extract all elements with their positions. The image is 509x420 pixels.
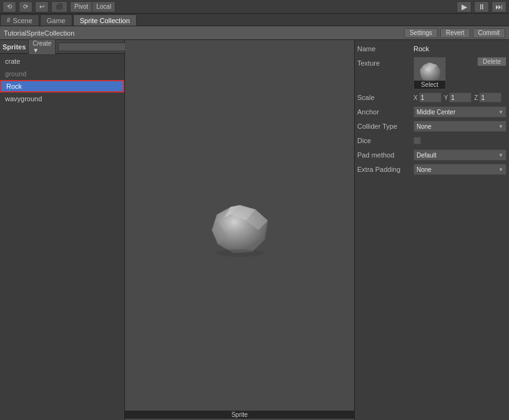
scale-x-label: X	[413, 94, 418, 101]
sprites-title: Sprites	[2, 43, 26, 51]
collider-type-row: Collider Type None ▼	[357, 120, 507, 132]
scale-x-input[interactable]	[419, 92, 442, 102]
pause-button[interactable]: ⏸	[474, 1, 489, 12]
step-button[interactable]: ⏭	[492, 1, 507, 12]
sprite-item-crate-label: crate	[5, 58, 20, 65]
pad-method-dropdown-arrow: ▼	[498, 152, 503, 158]
top-toolbar: ⟲ ⟳ ↩ ⬛ Pivot Local ▶ ⏸ ⏭	[0, 0, 509, 14]
sprite-item-wavyground[interactable]: wavyground	[0, 92, 124, 105]
texture-area: Select Delete	[413, 57, 507, 89]
play-button[interactable]: ▶	[457, 1, 472, 12]
tab-scene-label: Scene	[13, 17, 32, 24]
anchor-label: Anchor	[357, 108, 413, 116]
collider-type-dropdown[interactable]: None ▼	[413, 121, 507, 132]
tab-scene[interactable]: # Scene	[0, 14, 39, 26]
sprite-item-rock[interactable]: Rock	[0, 80, 124, 92]
extra-padding-label: Extra Padding	[357, 166, 413, 173]
tab-game[interactable]: Game	[40, 14, 72, 26]
sprite-viewport	[125, 40, 354, 420]
scale-z-field: Z	[474, 92, 502, 102]
pivot-btn[interactable]: Pivot	[71, 2, 92, 12]
texture-box: Select	[413, 57, 446, 89]
breadcrumb: TutorialSpriteCollection	[4, 29, 74, 37]
dice-label: Dice	[357, 137, 413, 144]
pad-method-dropdown[interactable]: Default ▼	[413, 149, 507, 161]
secondary-header: TutorialSpriteCollection Settings Revert…	[0, 26, 509, 40]
select-button[interactable]: Select	[414, 81, 445, 89]
settings-button[interactable]: Settings	[404, 28, 438, 38]
anchor-dropdown-arrow: ▼	[498, 109, 503, 115]
sprite-item-wavyground-label: wavyground	[5, 95, 42, 102]
anchor-row: Anchor Middle Center ▼	[357, 106, 507, 118]
sprite-item-rock-label: Rock	[6, 82, 22, 90]
name-row: Name Rock	[357, 42, 507, 55]
texture-row: Texture	[357, 57, 507, 89]
extra-padding-dropdown[interactable]: None ▼	[413, 164, 507, 175]
name-label: Name	[357, 45, 413, 52]
anchor-value: Middle Center	[417, 109, 455, 116]
scale-z-label: Z	[474, 94, 478, 101]
collider-type-value: None	[417, 123, 432, 130]
scale-z-input[interactable]	[479, 92, 502, 102]
name-value: Rock	[413, 45, 507, 52]
left-panel: Sprites Create ▼ crate ground Rock wavyg…	[0, 40, 125, 420]
texture-label: Texture	[357, 57, 413, 67]
header-right-buttons: Settings Revert Commit	[404, 28, 505, 38]
main-layout: Sprites Create ▼ crate ground Rock wavyg…	[0, 40, 509, 420]
toolbar-left: ⟲ ⟳ ↩ ⬛ Pivot Local	[2, 1, 457, 12]
scale-y-label: Y	[444, 94, 448, 101]
toolbar-icon-2[interactable]: ⟳	[19, 1, 32, 12]
scale-y-field: Y	[444, 92, 472, 102]
revert-button[interactable]: Revert	[440, 28, 470, 38]
sprite-item-crate[interactable]: crate	[0, 55, 124, 68]
rock-sprite	[202, 199, 277, 261]
collider-dropdown-arrow: ▼	[498, 124, 503, 129]
dice-row: Dice	[357, 134, 507, 147]
rock-svg	[205, 202, 274, 258]
dice-checkbox[interactable]	[413, 137, 421, 144]
extra-padding-dropdown-arrow: ▼	[498, 167, 503, 172]
pad-method-value: Default	[417, 152, 437, 159]
scale-x-field: X	[413, 92, 442, 102]
extra-padding-value: None	[417, 166, 432, 173]
center-panel: Sprite	[125, 40, 354, 420]
sprite-item-ground[interactable]: ground	[0, 68, 124, 80]
panel-toolbar: Sprites Create ▼	[0, 40, 124, 54]
scale-label: Scale	[357, 94, 413, 101]
pad-method-label: Pad method	[357, 151, 413, 159]
local-btn[interactable]: Local	[92, 2, 115, 12]
toolbar-icon-3[interactable]: ↩	[35, 1, 49, 12]
play-controls: ▶ ⏸ ⏭	[457, 1, 507, 12]
scale-inputs: X Y Z	[413, 92, 507, 102]
toolbar-icon-1[interactable]: ⟲	[2, 1, 16, 12]
tab-sprite-collection-label: Sprite Collection	[80, 17, 130, 24]
right-panel: Name Rock Texture	[354, 40, 509, 420]
collider-type-label: Collider Type	[357, 122, 413, 130]
pivot-local-toggle[interactable]: Pivot Local	[70, 1, 116, 12]
scale-y-input[interactable]	[449, 92, 472, 102]
anchor-dropdown[interactable]: Middle Center ▼	[413, 106, 507, 118]
sprite-label: Sprite	[125, 411, 354, 419]
tab-bar: # Scene Game Sprite Collection	[0, 14, 509, 26]
create-button[interactable]: Create ▼	[28, 39, 56, 55]
toolbar-icon-4[interactable]: ⬛	[51, 1, 67, 12]
sprite-item-ground-label: ground	[5, 70, 26, 78]
scene-icon: #	[7, 17, 11, 24]
tab-sprite-collection[interactable]: Sprite Collection	[73, 14, 137, 26]
tab-game-label: Game	[47, 17, 66, 24]
extra-padding-row: Extra Padding None ▼	[357, 163, 507, 176]
sprites-list: crate ground Rock wavyground	[0, 54, 124, 420]
commit-button[interactable]: Commit	[473, 28, 505, 38]
scale-row: Scale X Y Z	[357, 91, 507, 104]
svg-point-5	[216, 249, 264, 257]
delete-button[interactable]: Delete	[477, 57, 507, 66]
pad-method-row: Pad method Default ▼	[357, 149, 507, 161]
